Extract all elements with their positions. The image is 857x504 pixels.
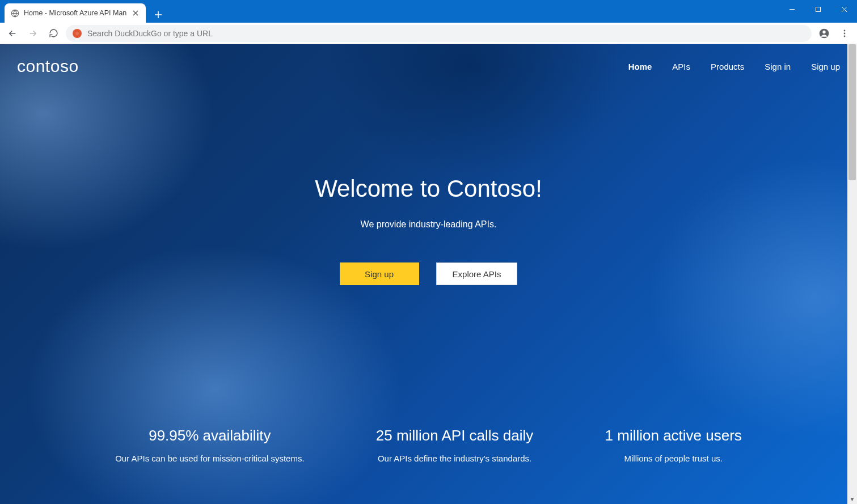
stats-section: 99.95% availability Our APIs can be used… (0, 427, 857, 497)
svg-point-6 (844, 29, 846, 31)
kebab-menu-button[interactable] (837, 26, 852, 41)
hero-subtitle: We provide industry-leading APIs. (0, 219, 857, 230)
tab-title: Home - Microsoft Azure API Man (24, 9, 126, 17)
nav-home[interactable]: Home (628, 62, 652, 71)
maximize-button[interactable] (805, 0, 831, 18)
new-tab-button[interactable] (150, 7, 166, 23)
stat-users: 1 million active users Millions of peopl… (605, 427, 742, 463)
page-viewport: contoso Home APIs Products Sign in Sign … (0, 44, 857, 504)
stat-sub: Our APIs define the industry's standards… (376, 454, 533, 463)
window-controls (779, 0, 857, 18)
svg-point-8 (844, 35, 846, 37)
reload-button[interactable] (45, 26, 61, 41)
stat-availability: 99.95% availability Our APIs can be used… (115, 427, 304, 463)
hero-section: Welcome to Contoso! We provide industry-… (0, 76, 857, 285)
stat-headline: 1 million active users (605, 427, 742, 444)
nav-products[interactable]: Products (711, 62, 744, 71)
profile-button[interactable] (816, 26, 832, 41)
svg-point-3 (75, 32, 79, 35)
close-window-button[interactable] (831, 0, 857, 18)
explore-apis-button[interactable]: Explore APIs (436, 262, 518, 285)
close-icon[interactable] (131, 9, 140, 18)
stat-headline: 99.95% availability (115, 427, 304, 444)
hero-actions: Sign up Explore APIs (0, 262, 857, 285)
tab-strip: Home - Microsoft Azure API Man (0, 0, 166, 23)
back-button[interactable] (5, 26, 20, 41)
svg-point-7 (844, 32, 846, 34)
nav-signin[interactable]: Sign in (765, 62, 791, 71)
stat-headline: 25 million API calls daily (376, 427, 533, 444)
duckduckgo-icon (73, 29, 82, 38)
globe-icon (10, 9, 19, 18)
nav-signup[interactable]: Sign up (811, 62, 840, 71)
address-bar[interactable] (66, 25, 812, 42)
forward-button[interactable] (25, 26, 41, 41)
primary-nav: Home APIs Products Sign in Sign up (628, 62, 840, 71)
browser-toolbar (0, 23, 857, 44)
vertical-scrollbar[interactable]: ▲ ▼ (847, 44, 857, 504)
scroll-down-arrow-icon[interactable]: ▼ (847, 494, 857, 504)
hero-title: Welcome to Contoso! (0, 175, 857, 202)
brand-logo[interactable]: contoso (17, 57, 79, 76)
scrollbar-thumb[interactable] (848, 44, 856, 180)
omnibox-input[interactable] (87, 29, 805, 38)
stat-api-calls: 25 million API calls daily Our APIs defi… (376, 427, 533, 463)
minimize-button[interactable] (779, 0, 805, 18)
window-titlebar: Home - Microsoft Azure API Man (0, 0, 857, 23)
nav-apis[interactable]: APIs (672, 62, 690, 71)
stat-sub: Our APIs can be used for mission-critica… (115, 454, 304, 463)
browser-tab[interactable]: Home - Microsoft Azure API Man (5, 3, 146, 23)
site-header: contoso Home APIs Products Sign in Sign … (0, 44, 857, 76)
svg-point-5 (822, 30, 825, 33)
stat-sub: Millions of people trust us. (605, 454, 742, 463)
svg-rect-1 (816, 7, 820, 11)
signup-button[interactable]: Sign up (340, 262, 419, 285)
